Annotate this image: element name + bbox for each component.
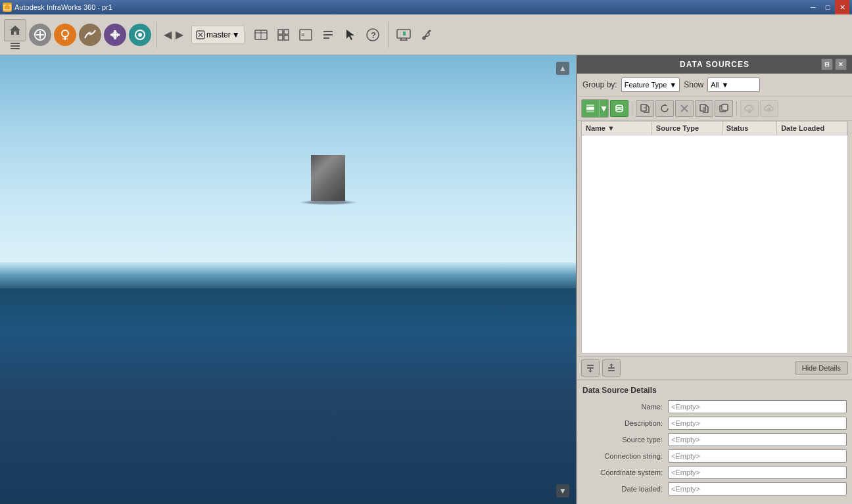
app-container: ◀ ▶ master ▼ — [0, 14, 852, 504]
detail-value-source-type: <Empty> — [668, 433, 847, 446]
data-sources-panel: DATA SOURCES ⊟ ✕ Group by: Feature Type … — [576, 55, 852, 504]
add-datasource-button[interactable] — [582, 100, 599, 117]
add-button-group: ▼ — [581, 99, 609, 118]
database-button[interactable] — [610, 100, 628, 117]
delete-button[interactable] — [675, 100, 694, 117]
wrench-button[interactable] — [416, 25, 436, 45]
export-all-button[interactable] — [715, 100, 733, 117]
import-button[interactable] — [636, 100, 654, 117]
toolbar-btn-gray[interactable] — [29, 24, 51, 46]
panel-toolbar: ▼ — [577, 97, 852, 121]
svg-rect-2 — [11, 43, 20, 44]
move-down-button[interactable] — [581, 359, 600, 377]
cloud-upload-button[interactable] — [760, 100, 778, 117]
show-label: Show — [684, 80, 703, 89]
branch-label: master — [206, 30, 231, 39]
bottom-buttons — [581, 359, 621, 377]
cursor-tool-button[interactable] — [341, 25, 360, 45]
settings-icon[interactable] — [4, 43, 26, 51]
toolbar-btn-brown[interactable] — [79, 24, 101, 46]
refresh-button[interactable] — [655, 100, 674, 117]
nav-arrows: ◀ ▶ — [162, 27, 185, 42]
svg-rect-26 — [284, 35, 289, 40]
detail-row-name: Name: <Empty> — [582, 400, 847, 413]
main-toolbar: ◀ ▶ master ▼ — [0, 14, 852, 55]
view-btn-2[interactable] — [273, 25, 293, 45]
title-bar: Autodesk InfraWorks 360 - pr1 ─ □ ✕ — [0, 0, 852, 14]
branch-dropdown-arrow[interactable]: ▼ — [232, 30, 240, 39]
export-button[interactable] — [695, 100, 713, 117]
col-status[interactable]: Status — [722, 122, 777, 135]
svg-point-11 — [88, 32, 92, 35]
show-dropdown-arrow: ▼ — [721, 81, 728, 89]
toolbar-btn-orange[interactable] — [54, 24, 76, 46]
minimize-button[interactable]: ─ — [806, 0, 820, 14]
detail-row-coordinate: Coordinate system: <Empty> — [582, 466, 847, 479]
svg-marker-32 — [346, 30, 354, 40]
svg-marker-63 — [588, 371, 592, 373]
detail-label-name: Name: — [582, 403, 668, 411]
panel-restore-button[interactable]: ⊟ — [821, 58, 833, 70]
details-title: Data Source Details — [582, 386, 847, 395]
toolbar-sep-2 — [736, 101, 737, 116]
panel-filter-controls: Group by: Feature Type ▼ Show All ▼ — [577, 74, 852, 97]
groupby-dropdown[interactable]: Feature Type ▼ — [621, 78, 680, 92]
detail-label-connection: Connection string: — [582, 452, 668, 460]
col-date-loaded[interactable]: Date Loaded — [777, 122, 847, 135]
detail-row-connection: Connection string: <Empty> — [582, 449, 847, 463]
title-bar-left: Autodesk InfraWorks 360 - pr1 — [3, 3, 112, 12]
svg-point-47 — [616, 109, 623, 112]
svg-rect-4 — [11, 48, 20, 49]
cloud-download-button[interactable] — [740, 100, 759, 117]
branch-section[interactable]: master ▼ — [191, 26, 245, 44]
svg-rect-3 — [11, 45, 20, 47]
view-btn-1[interactable] — [251, 25, 271, 45]
svg-text:≡: ≡ — [301, 32, 304, 38]
svg-point-16 — [138, 33, 142, 37]
svg-rect-43 — [586, 110, 594, 112]
detail-label-source-type: Source type: — [582, 436, 668, 444]
svg-rect-42 — [586, 104, 594, 106]
data-source-details: Data Source Details Name: <Empty> Descri… — [577, 379, 852, 504]
toolbar-separator-2 — [388, 22, 389, 48]
svg-point-8 — [62, 30, 68, 37]
toolbar-btn-purple[interactable] — [104, 24, 126, 46]
detail-row-source-type: Source type: <Empty> — [582, 433, 847, 446]
show-dropdown[interactable]: All ▼ — [707, 78, 760, 92]
window-title: Autodesk InfraWorks 360 - pr1 — [14, 3, 112, 11]
groupby-dropdown-arrow: ▼ — [669, 81, 676, 89]
detail-row-description: Description: <Empty> — [582, 417, 847, 430]
panel-header: DATA SOURCES ⊟ ✕ — [577, 55, 852, 74]
hide-details-button[interactable]: Hide Details — [795, 361, 848, 375]
view-btn-4[interactable] — [318, 25, 338, 45]
table-header: Name ▼ Source Type Status Date Loaded — [582, 122, 847, 135]
detail-row-date-loaded: Date loaded: <Empty> — [582, 482, 847, 495]
svg-marker-39 — [403, 32, 406, 35]
data-sources-table: Name ▼ Source Type Status Date Loaded — [581, 121, 848, 354]
move-up-button[interactable] — [602, 359, 621, 377]
3d-model — [298, 154, 358, 205]
svg-rect-24 — [284, 30, 289, 34]
groupby-value: Feature Type — [625, 81, 667, 89]
panel-close-button[interactable]: ✕ — [835, 58, 847, 70]
toolbar-btn-teal[interactable] — [129, 24, 151, 46]
add-datasource-dropdown[interactable]: ▼ — [599, 100, 608, 117]
maximize-button[interactable]: □ — [820, 0, 835, 14]
help-button[interactable]: ? — [363, 25, 383, 45]
nav-back-button[interactable]: ◀ — [162, 27, 173, 42]
col-source-type[interactable]: Source Type — [652, 122, 722, 135]
close-button[interactable]: ✕ — [835, 0, 849, 14]
svg-rect-41 — [586, 107, 594, 110]
branch-icon — [196, 30, 205, 39]
display-button[interactable] — [394, 25, 414, 45]
app-icon — [3, 3, 12, 12]
scroll-down-arrow[interactable]: ▼ — [556, 484, 569, 497]
home-button[interactable] — [4, 19, 26, 41]
col-name[interactable]: Name ▼ — [582, 122, 652, 135]
scroll-up-arrow[interactable]: ▲ — [556, 62, 569, 75]
toolbar-separator-1 — [156, 22, 157, 48]
view-btn-3[interactable]: ≡ — [296, 25, 316, 45]
svg-rect-25 — [278, 35, 283, 40]
nav-forward-button[interactable]: ▶ — [174, 27, 185, 42]
viewport[interactable]: ▲ ▼ — [0, 55, 576, 504]
